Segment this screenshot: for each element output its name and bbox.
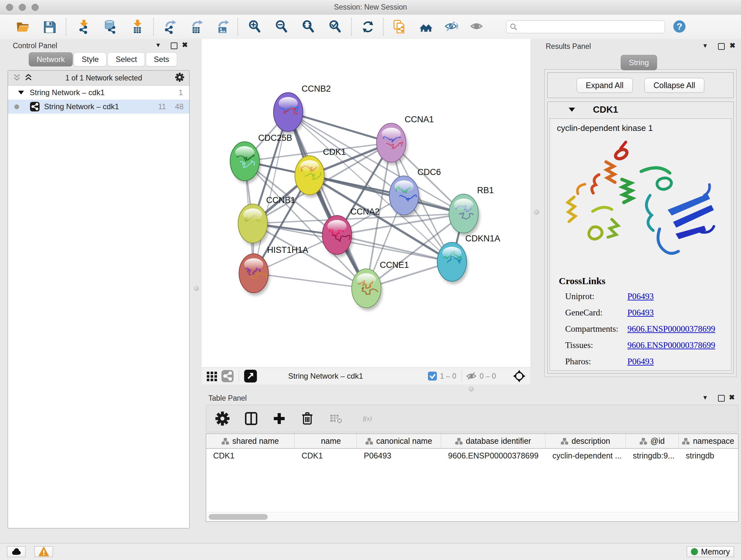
export-network-button[interactable] bbox=[161, 17, 179, 36]
table-panel: Table Panel ▾ ✖ f(x) bbox=[202, 393, 741, 543]
tissues-link[interactable]: 9606.ENSP00000378699 bbox=[627, 340, 715, 350]
expand-all-button[interactable]: Expand All bbox=[577, 78, 633, 93]
scrollbar-thumb[interactable] bbox=[209, 514, 268, 520]
horizontal-splitter-handle[interactable] bbox=[469, 387, 474, 391]
search-input[interactable] bbox=[520, 22, 662, 31]
help-button[interactable]: ? bbox=[671, 19, 687, 35]
panel-close-icon[interactable]: ✖ bbox=[182, 42, 188, 49]
detach-view-button[interactable] bbox=[244, 370, 257, 382]
create-column-button[interactable] bbox=[270, 409, 288, 428]
control-panel: Control Panel ▾ ✖ Network Style Select S… bbox=[0, 39, 201, 543]
export-image-button[interactable] bbox=[213, 17, 232, 36]
toolbar-separator bbox=[153, 18, 154, 36]
column-header-shared-name[interactable]: shared name bbox=[206, 434, 294, 448]
function-builder-button[interactable]: f(x) bbox=[354, 409, 384, 428]
network-badge-button[interactable] bbox=[221, 370, 233, 382]
network-row[interactable]: String Network – cdk1 11 48 bbox=[8, 100, 189, 114]
birds-eye-view-button[interactable] bbox=[513, 369, 526, 383]
tab-select[interactable]: Select bbox=[108, 52, 145, 66]
show-eye-icon bbox=[470, 19, 484, 34]
show-all-button[interactable] bbox=[468, 17, 486, 36]
results-panel-title: Results Panel bbox=[546, 42, 591, 51]
right-splitter-handle[interactable] bbox=[534, 210, 539, 214]
zoom-selected-icon bbox=[328, 19, 343, 34]
delete-table-icon bbox=[329, 412, 343, 426]
svg-text:CDKN1A: CDKN1A bbox=[465, 234, 500, 243]
node-table[interactable]: shared name name canonical name database… bbox=[206, 434, 738, 522]
table-horizontal-scrollbar[interactable] bbox=[206, 512, 738, 521]
status-bar: Memory bbox=[0, 543, 741, 560]
export-table-button[interactable] bbox=[187, 17, 205, 36]
expand-all-networks-icon[interactable] bbox=[24, 73, 32, 82]
grid-view-button[interactable] bbox=[205, 370, 218, 382]
results-panel: Results Panel ▾ ✖ String Expand All Coll… bbox=[543, 39, 739, 377]
delete-table-button[interactable] bbox=[327, 409, 345, 428]
network-options-gear-icon[interactable] bbox=[175, 73, 184, 83]
warnings-button[interactable] bbox=[35, 546, 53, 557]
save-session-button[interactable] bbox=[40, 17, 59, 36]
zoom-fit-button[interactable] bbox=[299, 17, 318, 36]
column-header-id[interactable]: @id bbox=[626, 434, 679, 448]
window-title: Session: New Session bbox=[0, 3, 741, 11]
table-options-button[interactable] bbox=[213, 409, 232, 428]
show-columns-button[interactable] bbox=[242, 409, 260, 428]
tab-style[interactable]: Style bbox=[74, 52, 107, 66]
import-network-file-button[interactable] bbox=[75, 17, 93, 36]
tab-sets[interactable]: Sets bbox=[146, 52, 177, 66]
genecard-link[interactable]: P06493 bbox=[627, 308, 654, 318]
grid-icon bbox=[205, 370, 218, 382]
fx-icon: f(x) bbox=[362, 412, 376, 426]
protein-disclosure-icon[interactable] bbox=[569, 108, 575, 112]
import-table-file-button[interactable] bbox=[128, 17, 147, 36]
panel-close-icon[interactable]: ✖ bbox=[729, 394, 735, 401]
import-network-database-button[interactable] bbox=[101, 17, 119, 36]
tab-string[interactable]: String bbox=[621, 55, 657, 70]
hide-selected-button[interactable] bbox=[442, 17, 461, 36]
copy-documents-icon bbox=[392, 19, 407, 34]
zoom-out-button[interactable] bbox=[273, 17, 291, 36]
column-header-database-identifier[interactable]: database identifier bbox=[441, 434, 545, 448]
zoom-out-icon bbox=[274, 19, 289, 34]
panel-menu-icon[interactable]: ▾ bbox=[703, 42, 707, 49]
toolbar-separator bbox=[351, 18, 352, 36]
open-session-button[interactable] bbox=[13, 17, 32, 36]
network-canvas[interactable]: CCNB2CCNA1CDC25BCDK1CDC6RB1CCNB1CCNA2CDK… bbox=[202, 39, 530, 384]
panel-menu-icon[interactable]: ▾ bbox=[156, 42, 160, 49]
pharos-link[interactable]: P06493 bbox=[627, 357, 654, 367]
column-header-name[interactable]: name bbox=[294, 434, 357, 448]
zoom-in-button[interactable] bbox=[246, 17, 264, 36]
compartments-link[interactable]: 9606.ENSP00000378699 bbox=[627, 324, 715, 334]
collapse-all-networks-icon[interactable] bbox=[13, 73, 21, 82]
panel-float-icon[interactable] bbox=[718, 395, 725, 401]
tab-network[interactable]: Network bbox=[29, 52, 73, 66]
delete-columns-button[interactable] bbox=[298, 409, 317, 428]
collection-disclosure-icon[interactable] bbox=[18, 91, 24, 95]
gear-icon bbox=[215, 412, 229, 426]
panel-float-icon[interactable] bbox=[171, 43, 178, 49]
panel-menu-icon[interactable]: ▾ bbox=[703, 394, 707, 401]
cloud-status-button[interactable] bbox=[7, 546, 25, 557]
panel-float-icon[interactable] bbox=[718, 43, 725, 50]
memory-button[interactable]: Memory bbox=[687, 546, 734, 557]
collapse-all-button[interactable]: Collapse All bbox=[644, 78, 704, 93]
import-table-icon bbox=[130, 19, 145, 34]
open-folder-icon bbox=[15, 19, 30, 34]
refresh-button[interactable] bbox=[359, 17, 377, 36]
zoom-selected-button[interactable] bbox=[326, 17, 345, 36]
right-splitter[interactable] bbox=[530, 39, 543, 384]
column-header-canonical-name[interactable]: canonical name bbox=[357, 434, 441, 448]
network-graph[interactable]: CCNB2CCNA1CDC25BCDK1CDC6RB1CCNB1CCNA2CDK… bbox=[202, 39, 530, 368]
network-collection-row[interactable]: String Network – cdk1 1 bbox=[8, 85, 189, 100]
panel-close-icon[interactable]: ✖ bbox=[730, 42, 735, 49]
column-header-description[interactable]: description bbox=[545, 434, 626, 448]
uniprot-link[interactable]: P06493 bbox=[627, 292, 654, 301]
footer-separator bbox=[461, 370, 462, 382]
selected-checkbox-icon[interactable] bbox=[428, 372, 437, 381]
zoom-in-icon bbox=[248, 19, 262, 34]
left-splitter-handle[interactable] bbox=[194, 286, 199, 291]
first-neighbors-button[interactable] bbox=[417, 17, 435, 36]
column-header-namespace[interactable]: namespace bbox=[679, 434, 738, 448]
export-image-icon bbox=[215, 19, 230, 34]
table-row[interactable]: CDK1 CDK1 P06493 9606.ENSP00000378699 cy… bbox=[206, 449, 738, 463]
clone-network-button[interactable] bbox=[390, 17, 408, 36]
